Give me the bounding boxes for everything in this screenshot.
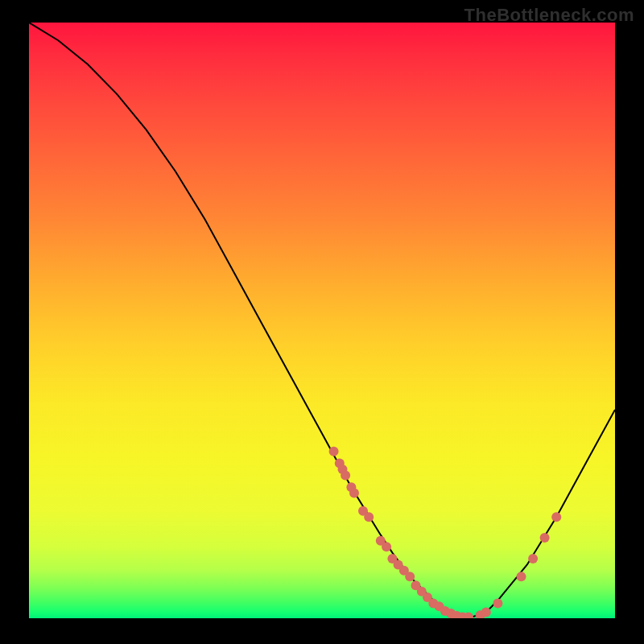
data-point (349, 489, 359, 498)
data-point (341, 470, 350, 480)
data-point (364, 512, 374, 522)
data-point (528, 554, 538, 564)
data-point (481, 608, 491, 617)
data-point (382, 542, 391, 551)
data-point (551, 512, 561, 522)
data-point (329, 447, 339, 456)
data-point (405, 572, 415, 581)
highlighted-points (329, 447, 562, 618)
scatter-layer (29, 23, 615, 618)
chart-frame: TheBottleneck.com (0, 0, 644, 644)
watermark-label: TheBottleneck.com (464, 5, 634, 26)
data-point (540, 533, 550, 543)
data-point (493, 599, 502, 609)
plot-area (29, 23, 615, 618)
data-point (517, 572, 526, 581)
